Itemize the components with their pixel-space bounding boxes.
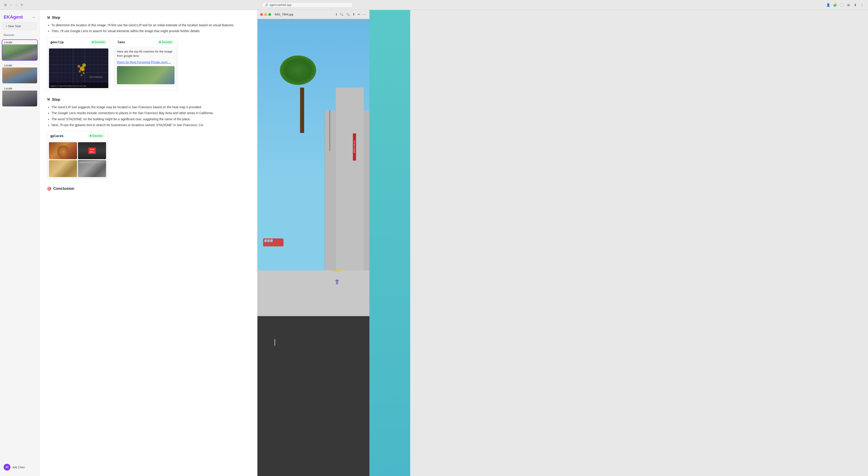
image-viewer: IMG_7904.jpg ℹ 🔍 🔍 ⬆ ✏ ⋯ STAZIONE (257, 10, 369, 476)
geoclip-status-badge: Success (90, 40, 107, 44)
lens-body: Here are the top 60 matches for the imag… (114, 47, 177, 87)
step1-header: ⚒ Step (47, 15, 250, 20)
lens-status-badge: Success (157, 40, 174, 44)
grid-btn[interactable]: ⊞ (846, 3, 851, 7)
gplaces-status-text: Success (92, 134, 102, 137)
user-avatar: JC (4, 464, 10, 471)
step2-bullets: The GeoCLIP tool suggests the image may … (47, 105, 250, 128)
geoclip-card: geoclip Success (47, 37, 111, 90)
sidebar-item-task-1[interactable]: Locate (2, 39, 38, 61)
back-btn[interactable]: ‹ (9, 3, 13, 7)
conclusion-title: Conclusion (53, 186, 74, 191)
viewer-titlebar: IMG_7904.jpg ℹ 🔍 🔍 ⬆ ✏ ⋯ (257, 10, 369, 19)
collapse-sidebar-btn[interactable]: ← (32, 15, 36, 19)
menu-btn[interactable]: ⋮ (860, 3, 864, 7)
url-icon: 🔗 (265, 3, 268, 7)
maximize-window-btn[interactable] (268, 13, 271, 16)
new-task-button[interactable]: + New Task (3, 23, 37, 30)
step1-icon: ⚒ (47, 15, 50, 20)
gplaces-image-grid: CAN NOLI Cannoli & Co... (49, 142, 106, 177)
sidebar-footer: JC Jett Chen (0, 461, 39, 473)
tool-cards-row2: gplaces Success (47, 131, 250, 179)
address-bar[interactable]: 🔗 agent.earthkit.app (262, 2, 353, 8)
geoclip-status-text: Success (94, 40, 105, 44)
sidebar-item-task-2[interactable]: Locate (2, 63, 38, 84)
close-window-btn[interactable] (260, 13, 263, 16)
geoclip-map: San Francisco Mapbox © OpenStreetMap Imp… (49, 48, 108, 88)
conclusion-icon: 🎯 (47, 186, 52, 191)
viewer-info-btn[interactable]: ℹ (335, 12, 338, 16)
username: Jett Chen (12, 466, 25, 469)
browser-chrome: ⊞ ‹ › ↻ 🔗 agent.earthkit.app 👤 🧩 🕐 ⊞ ⬇ ⋮ (0, 0, 868, 10)
step2-icon: ⚒ (47, 97, 50, 102)
map-grid (49, 48, 108, 88)
viewer-image-container: STAZIONE (257, 19, 369, 476)
sidebar-header: EKAgent ← (0, 13, 39, 23)
app-layout: EKAgent ← + New Task Recents Locate Loca… (0, 10, 868, 476)
gplace-img-counter: Cannoli & Co... (78, 160, 106, 177)
viewer-zoom-out-btn[interactable]: 🔍 (339, 12, 344, 16)
lens-status-text: Success (162, 40, 172, 44)
task-1-label: Locate (2, 40, 37, 44)
gplace-img-storefront: CAN NOLI (78, 142, 106, 159)
geoclip-body: San Francisco Mapbox © OpenStreetMap Imp… (47, 47, 110, 90)
map-road-h1 (49, 64, 108, 65)
task-3-thumbnail (2, 91, 37, 106)
gplace-img-bread (49, 142, 77, 159)
sidebar: EKAgent ← + New Task Recents Locate Loca… (0, 10, 40, 476)
viewer-more-btn[interactable]: ⋯ (362, 12, 367, 16)
reload-btn[interactable]: ↻ (20, 3, 24, 7)
heat-dot-6 (82, 63, 86, 67)
lens-status-dot (159, 41, 161, 43)
viewer-toolbar: ℹ 🔍 🔍 ⬆ ✏ ⋯ (335, 12, 367, 16)
teal-accent-panel (369, 10, 410, 476)
url-text: agent.earthkit.app (270, 3, 291, 7)
gplaces-tool-name: gplaces (50, 134, 64, 138)
step2-header: ⚒ Step (47, 97, 250, 102)
forward-btn[interactable]: › (14, 3, 18, 7)
minimize-window-btn[interactable] (264, 13, 267, 16)
task-2-label: Locate (2, 63, 37, 67)
main-content: ⚒ Step To determine the location of this… (40, 10, 257, 476)
lens-body-text: Here are the top 60 matches for the imag… (117, 49, 175, 58)
gplaces-header: gplaces Success (47, 131, 108, 140)
lens-link[interactable]: Room for Rent Furnished Private room ... (117, 60, 175, 65)
sidebar-item-task-3[interactable]: Locate (2, 86, 38, 107)
lens-card: lens Success Here are the top 60 matches… (114, 37, 178, 90)
viewer-zoom-in-btn[interactable]: 🔍 (345, 12, 350, 16)
step2-bullet-1: The GeoCLIP tool suggests the image may … (52, 105, 250, 110)
conclusion-header: 🎯 Conclusion (47, 186, 250, 191)
step1-bullet-2: Then, I'll use Google Lens to search for… (52, 29, 250, 34)
extensions-btn[interactable]: 🧩 (833, 3, 837, 7)
history-btn[interactable]: 🕐 (839, 3, 844, 7)
recents-label: Recents (0, 34, 39, 38)
lens-tool-name: lens (117, 40, 125, 44)
step1-bullets: To determine the location of this image,… (47, 23, 250, 34)
lens-thumbnail (117, 66, 175, 84)
downloads-btn[interactable]: ⬇ (853, 3, 858, 7)
heat-dot-7 (81, 74, 83, 76)
step1-title: Step (52, 15, 60, 20)
task-3-label: Locate (2, 86, 37, 91)
gplaces-status-dot (90, 135, 91, 137)
stazione-text: STAZIONE (353, 141, 355, 153)
viewer-share-btn[interactable]: ⬆ (351, 12, 356, 16)
browser-toolbar-actions: 👤 🧩 🕐 ⊞ ⬇ ⋮ (826, 3, 864, 7)
traffic-lights (260, 13, 271, 16)
step2-bullet-3: The word 'STAZIONE' on the building migh… (52, 116, 250, 122)
gplaces-card: gplaces Success (47, 131, 108, 179)
street-photo: STAZIONE (257, 19, 369, 476)
viewer-edit-btn[interactable]: ✏ (357, 12, 361, 16)
tool-cards-row1: geoclip Success (47, 37, 250, 90)
logo: EKAgent (4, 14, 23, 20)
logo-ek: EKAgent (4, 14, 23, 20)
heat-dot-5 (78, 65, 80, 68)
gplaces-body: CAN NOLI Cannoli & Co... (47, 140, 108, 179)
map-overlay: Mapbox © OpenStreetMap Improve this map (49, 83, 108, 88)
browser-nav-controls: ⊞ ‹ › ↻ (4, 3, 24, 7)
step2-bullet-2: The Google Lens results include connecti… (52, 110, 250, 115)
sidebar-toggle-btn[interactable]: ⊞ (4, 3, 7, 7)
gplace-img-interior (49, 160, 77, 177)
task-1-thumbnail (2, 44, 37, 60)
profile-btn[interactable]: 👤 (826, 3, 830, 7)
